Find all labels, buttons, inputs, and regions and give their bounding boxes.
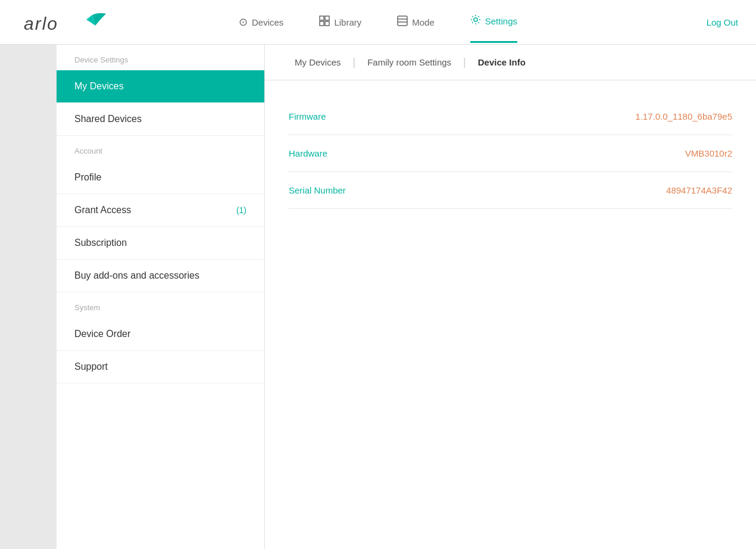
left-strip (0, 45, 57, 549)
library-icon (319, 15, 330, 29)
sidebar-item-profile[interactable]: Profile (57, 161, 264, 194)
logo: arlo (18, 9, 113, 36)
svg-rect-5 (398, 16, 407, 26)
sidebar-item-buy-addons[interactable]: Buy add-ons and accessories (57, 260, 264, 292)
svg-point-8 (474, 18, 477, 21)
devices-icon: ⊙ (239, 15, 248, 29)
tab-my-devices[interactable]: My Devices (283, 45, 353, 80)
tab-device-info[interactable]: Device Info (466, 45, 538, 80)
svg-rect-3 (320, 21, 324, 26)
sidebar-item-device-order[interactable]: Device Order (57, 318, 264, 351)
hardware-row: Hardware VMB3010r2 (289, 135, 732, 172)
nav-library-label: Library (334, 17, 361, 27)
sidebar-category-device-settings: Device Settings (57, 45, 264, 70)
nav-mode[interactable]: Mode (397, 15, 435, 29)
main-layout: Device Settings My Devices Shared Device… (0, 45, 756, 549)
serial-number-row: Serial Number 48947174A3F42 (289, 172, 732, 209)
sidebar-item-support[interactable]: Support (57, 351, 264, 383)
grant-access-badge: (1) (236, 205, 246, 215)
logout-button[interactable]: Log Out (707, 17, 738, 27)
svg-rect-2 (325, 16, 329, 20)
sidebar-item-subscription[interactable]: Subscription (57, 227, 264, 260)
firmware-value: 1.17.0.0_1180_6ba79e5 (635, 111, 732, 121)
sidebar-item-shared-devices[interactable]: Shared Devices (57, 103, 264, 136)
sub-tabs: My Devices | Family room Settings | Devi… (265, 45, 756, 80)
serial-number-label: Serial Number (289, 185, 346, 195)
device-info-content: Firmware 1.17.0.0_1180_6ba79e5 Hardware … (265, 80, 756, 549)
nav-mode-label: Mode (412, 17, 435, 27)
top-nav: arlo ⊙ Devices Library Mode Setti (0, 0, 756, 45)
hardware-label: Hardware (289, 148, 327, 158)
settings-icon (470, 14, 481, 28)
sidebar-category-account: Account (57, 136, 264, 161)
nav-settings-label: Settings (485, 16, 517, 26)
serial-number-value: 48947174A3F42 (666, 185, 732, 195)
firmware-label: Firmware (289, 111, 326, 121)
tab-family-room[interactable]: Family room Settings (355, 45, 463, 80)
nav-devices[interactable]: ⊙ Devices (239, 15, 283, 29)
arlo-logo-svg: arlo (18, 9, 113, 36)
svg-text:arlo: arlo (24, 14, 58, 33)
nav-items: ⊙ Devices Library Mode Settings (239, 14, 517, 30)
sidebar: Device Settings My Devices Shared Device… (57, 45, 265, 549)
nav-devices-label: Devices (252, 17, 283, 27)
svg-rect-4 (325, 21, 329, 26)
content-area: My Devices | Family room Settings | Devi… (265, 45, 756, 549)
mode-icon (397, 15, 408, 29)
hardware-value: VMB3010r2 (685, 148, 732, 158)
sidebar-item-grant-access[interactable]: Grant Access (1) (57, 194, 264, 227)
sidebar-category-system: System (57, 292, 264, 318)
svg-rect-1 (320, 16, 324, 20)
nav-library[interactable]: Library (319, 15, 361, 29)
nav-settings[interactable]: Settings (470, 14, 517, 43)
firmware-row: Firmware 1.17.0.0_1180_6ba79e5 (289, 98, 732, 135)
sidebar-item-my-devices[interactable]: My Devices (57, 70, 264, 103)
